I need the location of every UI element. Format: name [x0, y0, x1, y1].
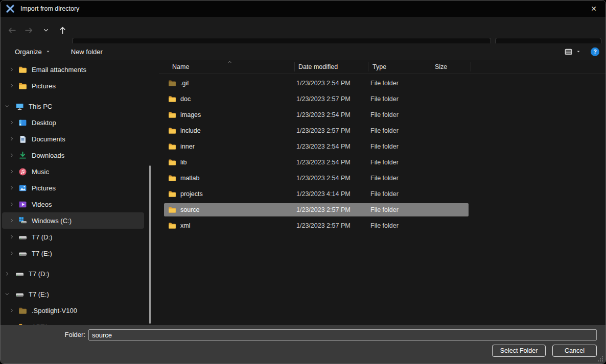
sidebar-item-desktop[interactable]: Desktop	[2, 114, 144, 131]
chevron-down-icon	[43, 27, 49, 33]
organize-button[interactable]: Organize	[11, 46, 55, 58]
column-header-name[interactable]: Name	[159, 60, 294, 74]
folder-icon	[168, 174, 176, 182]
sidebar-item-this-pc[interactable]: This PC	[2, 98, 144, 114]
sidebar-item-pictures[interactable]: Pictures	[2, 180, 144, 196]
column-divider[interactable]	[471, 62, 471, 71]
sidebar-item-spotlight-v100[interactable]: .Spotlight-V100	[2, 302, 144, 319]
chevron-right-icon[interactable]	[8, 233, 16, 241]
sidebar-item-music[interactable]: Music	[2, 163, 144, 180]
resize-grip[interactable]	[597, 356, 603, 362]
column-divider[interactable]	[368, 62, 368, 71]
sidebar-item-documents[interactable]: Documents	[2, 131, 144, 147]
sidebar-item-t7-d-root[interactable]: T7 (D:)	[2, 265, 144, 282]
navigation-bar: › This PC › Windows (C:) › GIT8 › awe-mo…	[1, 17, 605, 43]
file-row-include[interactable]: include 1/23/2023 2:57 PM File folder	[164, 124, 469, 137]
help-button[interactable]: ?	[591, 47, 599, 56]
view-options-button[interactable]	[562, 46, 584, 58]
recent-locations-button[interactable]	[37, 21, 54, 39]
chevron-right-icon[interactable]	[8, 200, 16, 208]
drive-icon	[15, 290, 24, 299]
new-folder-label: New folder	[71, 48, 103, 56]
hidden-folder-icon	[18, 306, 27, 315]
chevron-right-icon[interactable]	[3, 270, 11, 278]
question-mark-icon: ?	[593, 48, 597, 55]
sidebar-item-t7-d-child[interactable]: T7 (D:)	[2, 229, 144, 245]
file-row-projects[interactable]: projects 1/23/2023 4:14 PM File folder	[164, 187, 469, 201]
close-icon: ✕	[591, 5, 597, 13]
folder-name-input[interactable]	[88, 329, 597, 341]
file-row-source-selected[interactable]: source 1/23/2023 2:57 PM File folder	[164, 203, 469, 216]
sidebar-scrollbar[interactable]	[149, 165, 151, 324]
folder-icon	[168, 206, 176, 214]
file-row-doc[interactable]: doc 1/23/2023 2:57 PM File folder	[164, 92, 469, 106]
chevron-right-icon[interactable]	[8, 184, 16, 192]
drive-icon	[18, 233, 27, 241]
chevron-right-icon[interactable]	[8, 306, 16, 314]
new-folder-button[interactable]: New folder	[67, 46, 107, 58]
chevron-right-icon[interactable]	[8, 167, 16, 176]
file-rows: .git 1/23/2023 2:54 PM File folder doc 1…	[159, 74, 605, 232]
details-view-icon	[564, 47, 573, 56]
titlebar: Import from directory ✕	[1, 1, 605, 17]
windows-drive-icon	[18, 216, 27, 225]
folder-icon	[168, 222, 176, 230]
column-divider[interactable]	[431, 62, 431, 71]
chevron-right-icon[interactable]	[8, 216, 16, 225]
chevron-right-icon[interactable]	[8, 135, 16, 143]
file-row-images[interactable]: images 1/23/2023 2:54 PM File folder	[164, 108, 469, 122]
close-button[interactable]: ✕	[582, 1, 605, 17]
chevron-down-icon[interactable]	[3, 290, 11, 298]
sidebar-item-videos[interactable]: Videos	[2, 196, 144, 212]
chevron-right-icon[interactable]	[8, 65, 16, 74]
file-list-pane: Name Date modified Type Size .git 1/23/2…	[159, 60, 605, 326]
column-header-size[interactable]: Size	[431, 60, 471, 74]
command-bar: Organize New folder ?	[1, 43, 605, 60]
pictures-icon	[18, 184, 27, 192]
videos-icon	[18, 200, 27, 209]
sidebar-item-email-attachments[interactable]: Email attachments	[2, 61, 144, 78]
file-row-lib[interactable]: lib 1/23/2023 2:54 PM File folder	[164, 156, 469, 169]
music-icon	[18, 167, 27, 176]
sidebar-item-downloads[interactable]: Downloads	[2, 147, 144, 163]
sidebar-item-t7-e-root[interactable]: T7 (E:)	[2, 286, 144, 302]
hidden-folder-icon	[168, 79, 176, 87]
column-divider[interactable]	[294, 62, 295, 71]
organize-label: Organize	[15, 48, 42, 56]
file-row-inner[interactable]: inner 1/23/2023 2:54 PM File folder	[164, 140, 469, 153]
chevron-right-icon[interactable]	[8, 151, 16, 159]
column-header-type[interactable]: Type	[368, 60, 431, 74]
column-headers: Name Date modified Type Size	[159, 60, 605, 74]
column-header-date-modified[interactable]: Date modified	[294, 60, 368, 74]
desktop-icon	[18, 118, 27, 127]
drive-icon	[18, 249, 27, 258]
file-row-matlab[interactable]: matlab 1/23/2023 2:54 PM File folder	[164, 172, 469, 185]
file-row-git[interactable]: .git 1/23/2023 2:54 PM File folder	[164, 77, 469, 90]
folder-label: Folder:	[52, 331, 85, 338]
folder-icon	[168, 127, 176, 135]
forward-button[interactable]	[20, 21, 37, 39]
sidebar-item-t7-e-child[interactable]: T7 (E:)	[2, 245, 144, 261]
chevron-right-icon[interactable]	[8, 118, 16, 127]
folder-icon	[18, 65, 27, 74]
chevron-right-icon[interactable]	[8, 82, 16, 90]
cancel-button[interactable]: Cancel	[552, 345, 597, 357]
chevron-right-icon[interactable]	[8, 249, 16, 257]
this-pc-icon	[15, 102, 24, 111]
command-bar-right: ?	[562, 46, 599, 58]
file-row-xml[interactable]: xml 1/23/2023 2:57 PM File folder	[164, 219, 469, 232]
sidebar-item-pictures-top[interactable]: Pictures	[2, 78, 144, 94]
chevron-down-icon	[45, 49, 51, 54]
import-dialog-window: Import from directory ✕ › This PC › Wind…	[0, 0, 606, 364]
sidebar-item-windows-c[interactable]: Windows (C:)	[2, 212, 144, 229]
select-folder-button[interactable]: Select Folder	[492, 345, 546, 357]
chevron-down-icon	[576, 49, 581, 54]
up-button[interactable]	[54, 21, 71, 39]
back-icon	[8, 26, 16, 35]
folder-icon	[18, 82, 27, 90]
forward-icon	[25, 26, 33, 35]
back-button[interactable]	[4, 21, 20, 39]
chevron-down-icon[interactable]	[3, 102, 11, 110]
folder-icon	[168, 142, 176, 151]
drive-icon	[15, 270, 24, 278]
